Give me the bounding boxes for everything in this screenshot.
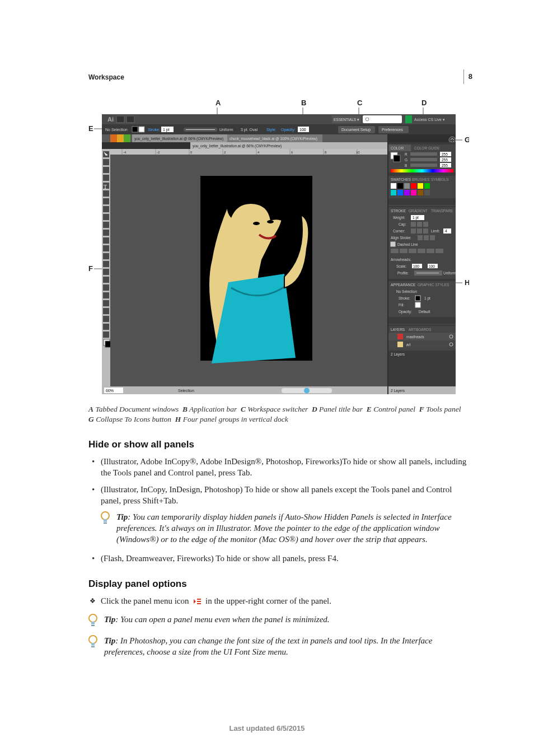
svg-text:1 pt: 1 pt — [424, 296, 430, 301]
svg-rect-64 — [103, 214, 109, 220]
svg-text:255: 255 — [442, 158, 448, 162]
svg-rect-59 — [103, 175, 109, 181]
doc-setup-button[interactable]: Document Setup — [341, 128, 371, 132]
svg-text:Selection: Selection — [178, 389, 194, 393]
svg-rect-77 — [103, 316, 109, 322]
svg-rect-146 — [430, 235, 435, 240]
callout-F: F — [88, 264, 93, 273]
lightbulb-icon — [100, 511, 111, 528]
svg-text:No Selection: No Selection — [396, 290, 417, 293]
svg-text:GRADIENT: GRADIENT — [409, 209, 428, 213]
svg-text:Weight:: Weight: — [393, 216, 405, 220]
svg-text:100: 100 — [429, 264, 435, 268]
svg-rect-183 — [397, 342, 403, 347]
ctrl-stroke-label[interactable]: Stroke: — [148, 128, 160, 132]
svg-rect-123 — [418, 190, 423, 195]
svg-rect-98 — [410, 152, 437, 156]
panel-tab-stroke[interactable]: STROKE — [391, 209, 406, 213]
svg-text:R: R — [405, 152, 407, 156]
doc-tab-1[interactable]: you_only_better_illustration.ai @ 66% (C… — [134, 137, 223, 141]
svg-text:1 pt: 1 pt — [413, 216, 419, 220]
panel-tab-swatches[interactable]: SWATCHES — [391, 178, 411, 181]
svg-text:SYMBOLS: SYMBOLS — [431, 178, 449, 181]
svg-text:Corner:: Corner: — [393, 229, 405, 233]
svg-rect-115 — [404, 183, 410, 189]
callout-E: E — [88, 124, 93, 133]
svg-text:Cap:: Cap: — [399, 222, 406, 227]
svg-rect-75 — [103, 300, 109, 306]
svg-rect-11 — [127, 116, 134, 123]
svg-rect-200 — [91, 643, 95, 646]
svg-rect-154 — [435, 249, 443, 253]
svg-text:255: 255 — [442, 164, 448, 167]
heading-hide-show: Hide or show all panels — [88, 438, 467, 451]
svg-rect-9 — [102, 114, 456, 124]
svg-rect-149 — [391, 249, 399, 253]
svg-rect-76 — [103, 308, 109, 314]
svg-rect-66 — [103, 230, 109, 236]
svg-rect-67 — [103, 237, 109, 244]
svg-rect-96 — [394, 155, 400, 162]
heading-display-options: Display panel options — [88, 578, 467, 591]
control-panel: No Selection Stroke: 1 pt Uniform 3 pt. … — [102, 124, 456, 134]
diamond-bullet-icon: ❖ — [90, 596, 96, 605]
svg-rect-71 — [103, 269, 109, 275]
svg-rect-10 — [116, 116, 124, 123]
svg-rect-70 — [103, 261, 109, 267]
svg-text:Opacity:: Opacity: — [399, 310, 412, 314]
svg-text:Dashed Line: Dashed Line — [397, 242, 418, 246]
figure-caption: A Tabbed Document windows B Application … — [88, 404, 467, 424]
svg-rect-18 — [139, 127, 144, 132]
svg-rect-32 — [124, 134, 130, 142]
svg-rect-63 — [103, 206, 109, 212]
svg-text:100: 100 — [413, 264, 419, 268]
svg-rect-125 — [388, 198, 456, 205]
svg-rect-17 — [132, 127, 138, 132]
doc-tab-2[interactable]: chuck_mousehead_black.ai @ 100% (CMYK/Pr… — [229, 137, 317, 141]
panel-dock: COLOR COLOR GUIDE R255 G255 B255 SWATCHE… — [388, 142, 456, 394]
svg-rect-172 — [415, 302, 420, 307]
svg-text:B: B — [405, 164, 407, 167]
svg-point-190 — [101, 512, 109, 520]
doc-active-title: you_only_better_illustration.ai @ 66% (C… — [193, 144, 282, 148]
svg-text:GRAPHIC STYLES: GRAPHIC STYLES — [418, 283, 449, 287]
svg-rect-62 — [103, 198, 109, 204]
ctrl-style[interactable]: Style: — [266, 128, 277, 132]
list-item: ❖ Click the panel menu icon in the upper… — [88, 595, 467, 608]
footer-last-updated: Last updated 6/5/2015 — [0, 724, 534, 734]
panel-tab-colorguide[interactable]: COLOR GUIDE — [414, 146, 440, 150]
panel-tab-appearance[interactable]: APPEARANCE — [391, 283, 416, 287]
svg-rect-150 — [400, 249, 407, 253]
tools-panel: T — [102, 149, 111, 386]
svg-text:3 pt. Oval: 3 pt. Oval — [241, 128, 257, 132]
svg-rect-72 — [103, 277, 109, 283]
cs-live[interactable]: Access CS Live ▾ — [414, 118, 445, 122]
svg-point-199 — [89, 636, 97, 643]
app-logo: Ai — [107, 116, 114, 123]
svg-rect-179 — [397, 334, 403, 339]
svg-rect-191 — [104, 519, 107, 522]
workspace-switcher[interactable]: ESSENTIALS ▾ — [334, 118, 359, 122]
svg-text:Default: Default — [419, 310, 430, 314]
svg-rect-61 — [103, 190, 109, 197]
svg-rect-30 — [110, 134, 117, 142]
svg-rect-116 — [411, 183, 416, 189]
svg-rect-151 — [409, 249, 416, 253]
svg-rect-120 — [397, 190, 403, 195]
svg-rect-169 — [415, 296, 420, 301]
svg-point-91 — [304, 388, 310, 394]
tip-block: Tip: In Photoshop, you can change the fo… — [104, 635, 467, 658]
preferences-button[interactable]: Preferences — [382, 128, 403, 132]
svg-rect-109 — [391, 169, 453, 172]
panel-menu-icon — [193, 597, 202, 608]
type-tool-icon[interactable]: T — [104, 184, 107, 190]
panel-tab-layers[interactable]: LAYERS — [391, 328, 405, 332]
svg-text:G: G — [405, 158, 407, 162]
svg-rect-113 — [391, 183, 396, 189]
ctrl-opacity[interactable]: Opacity: — [281, 128, 296, 132]
svg-rect-73 — [103, 284, 109, 291]
svg-text:Uniform: Uniform — [443, 271, 456, 275]
svg-rect-102 — [410, 158, 437, 161]
svg-text:Arrowheads:: Arrowheads: — [391, 258, 411, 262]
panel-tab-color[interactable]: COLOR — [391, 146, 404, 150]
